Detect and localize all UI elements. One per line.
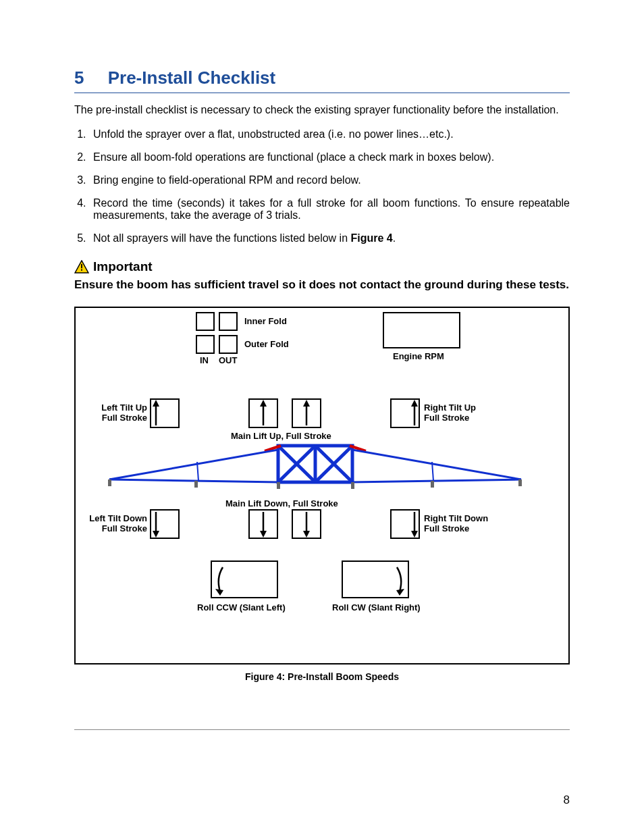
- label-roll-ccw: Roll CCW (Slant Left): [197, 602, 286, 613]
- input-engine-rpm[interactable]: [383, 312, 460, 348]
- section-heading: 5 Pre-Install Checklist: [74, 68, 570, 93]
- label-left-tilt-down: Left Tilt DownFull Stroke: [81, 513, 147, 533]
- list-item: Unfold the sprayer over a flat, unobstru…: [89, 128, 570, 140]
- checkbox-outer-in[interactable]: [196, 335, 215, 354]
- svg-rect-25: [108, 479, 111, 486]
- list-item: Record the time (seconds) it takes for a…: [89, 197, 570, 221]
- svg-line-19: [109, 450, 278, 479]
- label-left-tilt-up: Left Tilt UpFull Stroke: [89, 402, 147, 423]
- arrow-down-icon: [259, 511, 267, 538]
- warning-icon: [74, 260, 89, 273]
- label-main-lift-up: Main Lift Up, Full Stroke: [231, 431, 331, 441]
- svg-line-23: [352, 479, 521, 482]
- figure-reference: Figure 4: [351, 232, 393, 244]
- footer-rule: [74, 729, 570, 730]
- list-item: Bring engine to field-operational RPM an…: [89, 174, 570, 186]
- label-inner-fold: Inner Fold: [244, 316, 287, 326]
- arrow-down-icon: [302, 511, 311, 538]
- section-title: Pre-Install Checklist: [108, 68, 276, 88]
- checkbox-inner-in[interactable]: [196, 312, 215, 331]
- svg-line-20: [109, 479, 278, 482]
- label-out: OUT: [219, 355, 237, 365]
- svg-line-22: [352, 450, 521, 479]
- svg-rect-27: [277, 482, 280, 489]
- label-outer-fold: Outer Fold: [244, 339, 289, 349]
- svg-marker-32: [153, 531, 159, 538]
- list-item: Ensure all boom-fold operations are func…: [89, 151, 570, 163]
- boom-diagram: [89, 442, 541, 500]
- arrow-down-icon: [152, 511, 160, 538]
- figure-4: Inner Fold Outer Fold IN OUT Engine RPM …: [74, 307, 570, 664]
- label-main-lift-down: Main Lift Down, Full Stroke: [225, 498, 338, 509]
- svg-marker-36: [303, 531, 310, 538]
- svg-marker-40: [396, 589, 404, 596]
- svg-rect-1: [81, 264, 82, 268]
- important-label: Important: [93, 259, 153, 274]
- important-text: Ensure the boom has sufficient travel so…: [74, 278, 570, 292]
- checkbox-outer-out[interactable]: [219, 335, 238, 354]
- svg-rect-26: [194, 481, 198, 488]
- arrow-up-icon: [410, 400, 419, 427]
- arrow-up-icon: [152, 400, 160, 427]
- svg-marker-8: [303, 400, 310, 407]
- arrow-up-icon: [259, 400, 267, 427]
- arrow-ccw-icon: [213, 565, 227, 596]
- label-engine-rpm: Engine RPM: [393, 351, 444, 361]
- section-number: 5: [74, 68, 84, 88]
- list-item: Not all sprayers will have the functions…: [89, 232, 570, 244]
- arrow-up-icon: [302, 400, 311, 427]
- figure-caption: Figure 4: Pre-Install Boom Speeds: [74, 671, 570, 682]
- checklist: Unfold the sprayer over a flat, unobstru…: [74, 128, 570, 244]
- svg-marker-6: [260, 400, 267, 407]
- arrow-down-icon: [410, 511, 419, 538]
- svg-rect-29: [431, 481, 434, 488]
- svg-rect-28: [351, 482, 354, 489]
- svg-marker-38: [411, 531, 418, 538]
- svg-marker-39: [215, 589, 223, 596]
- label-right-tilt-down: Right Tilt DownFull Stroke: [424, 513, 498, 533]
- svg-rect-2: [81, 269, 82, 271]
- svg-marker-10: [411, 400, 418, 407]
- svg-rect-30: [518, 479, 522, 486]
- label-right-tilt-up: Right Tilt UpFull Stroke: [424, 402, 486, 423]
- arrow-cw-icon: [393, 565, 406, 596]
- label-roll-cw: Roll CW (Slant Right): [332, 602, 421, 613]
- intro-paragraph: The pre-install checklist is necessary t…: [74, 104, 570, 116]
- checkbox-inner-out[interactable]: [219, 312, 238, 331]
- svg-marker-34: [260, 531, 267, 538]
- svg-marker-4: [153, 400, 159, 407]
- important-heading: Important: [74, 259, 570, 274]
- label-in: IN: [200, 355, 209, 365]
